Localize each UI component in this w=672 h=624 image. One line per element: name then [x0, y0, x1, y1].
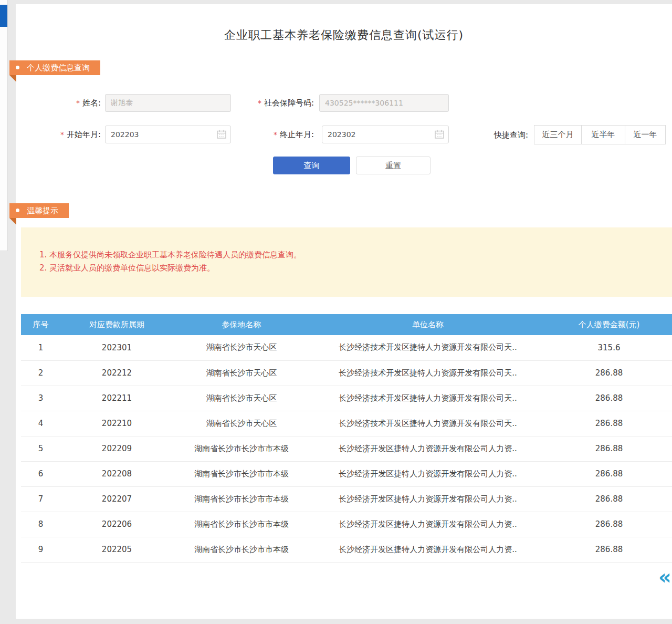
- table-cell: 202211: [60, 386, 173, 411]
- tips-line: 1. 本服务仅提供尚未领取企业职工基本养老保险待遇人员的缴费信息查询。: [39, 248, 672, 262]
- quick-last-half-year-button[interactable]: 近半年: [581, 125, 625, 144]
- table-row: 1202301湖南省长沙市天心区长沙经济技术开发区捷特人力资源开发有限公司天..…: [21, 335, 672, 360]
- required-asterisk: *: [76, 99, 80, 107]
- table-cell: 长沙经济技术开发区捷特人力资源开发有限公司天..: [310, 411, 546, 436]
- sidebar-active-item-fragment[interactable]: [0, 5, 7, 27]
- table-row: 5202209湖南省长沙市长沙市市本级长沙经济开发区捷特人力资源开发有限公司人力…: [21, 436, 672, 461]
- required-asterisk: *: [274, 130, 277, 139]
- table-cell: 202301: [60, 335, 173, 360]
- table-cell: 湖南省长沙市长沙市市本级: [173, 436, 310, 461]
- collapsed-sidebar: [0, 0, 8, 251]
- calendar-icon[interactable]: [217, 130, 226, 139]
- payment-records-table: 序号 对应费款所属期 参保地名称 单位名称 个人缴费金额(元) 1202301湖…: [21, 314, 672, 563]
- badge-fold-decoration: [9, 218, 16, 225]
- calendar-icon[interactable]: [435, 130, 444, 139]
- section-badge-label: 个人缴费信息查询: [27, 63, 90, 72]
- header-fee-period: 对应费款所属期: [60, 314, 173, 335]
- table-cell: 长沙经济开发区捷特人力资源开发有限公司人力资..: [310, 512, 546, 537]
- table-cell: 286.88: [546, 360, 672, 386]
- reset-button[interactable]: 重置: [356, 157, 430, 174]
- header-insured-place: 参保地名称: [173, 314, 310, 335]
- table-cell: 湖南省长沙市长沙市市本级: [173, 512, 310, 537]
- table-cell: 5: [21, 436, 60, 461]
- start-month-input[interactable]: [105, 126, 231, 143]
- page-title: 企业职工基本养老保险缴费信息查询(试运行): [16, 27, 672, 43]
- tips-line: 2. 灵活就业人员的缴费单位信息以实际缴费为准。: [39, 262, 672, 275]
- table-cell: 6: [21, 461, 60, 486]
- section-badge-tips: 温馨提示: [9, 203, 69, 218]
- required-asterisk: *: [258, 99, 261, 107]
- table-cell: 湖南省长沙市天心区: [173, 386, 310, 411]
- table-cell: 286.88: [546, 411, 672, 436]
- table-row: 9202205湖南省长沙市长沙市市本级长沙经济开发区捷特人力资源开发有限公司人力…: [21, 537, 672, 562]
- table-cell: 286.88: [546, 436, 672, 461]
- table-cell: 长沙经济开发区捷特人力资源开发有限公司人力资..: [310, 537, 546, 562]
- end-month-field: [322, 126, 449, 143]
- table-cell: 202212: [60, 360, 173, 386]
- ssn-label: *社会保障号码:: [231, 94, 314, 112]
- bullet-dot-icon: [16, 209, 19, 212]
- table-cell: 长沙经济技术开发区捷特人力资源开发有限公司天..: [310, 335, 546, 360]
- table-cell: 202208: [60, 461, 173, 486]
- table-cell: 2: [21, 360, 60, 386]
- payment-table-body: 1202301湖南省长沙市天心区长沙经济技术开发区捷特人力资源开发有限公司天..…: [21, 335, 672, 562]
- table-cell: 202206: [60, 512, 173, 537]
- table-cell: 长沙经济开发区捷特人力资源开发有限公司人力资..: [310, 486, 546, 512]
- table-cell: 202210: [60, 411, 173, 436]
- collapse-chevron-icon[interactable]: «: [658, 566, 672, 588]
- table-cell: 315.6: [546, 335, 672, 360]
- table-cell: 长沙经济技术开发区捷特人力资源开发有限公司天..: [310, 360, 546, 386]
- bullet-dot-icon: [16, 66, 19, 69]
- table-cell: 湖南省长沙市长沙市市本级: [173, 461, 310, 486]
- table-cell: 286.88: [546, 386, 672, 411]
- end-month-label: *终止年月:: [255, 126, 314, 143]
- table-cell: 长沙经济开发区捷特人力资源开发有限公司人力资..: [310, 461, 546, 486]
- section-badge-label: 温馨提示: [27, 206, 58, 215]
- end-month-input[interactable]: [322, 126, 449, 143]
- table-cell: 湖南省长沙市天心区: [173, 360, 310, 386]
- table-cell: 湖南省长沙市长沙市市本级: [173, 486, 310, 512]
- table-cell: 202205: [60, 537, 173, 562]
- start-month-field: [105, 126, 231, 143]
- quick-last-year-button[interactable]: 近一年: [625, 125, 666, 144]
- table-row: 2202212湖南省长沙市天心区长沙经济技术开发区捷特人力资源开发有限公司天..…: [21, 360, 672, 386]
- table-cell: 8: [21, 512, 60, 537]
- table-cell: 202207: [60, 486, 173, 512]
- table-header-row: 序号 对应费款所属期 参保地名称 单位名称 个人缴费金额(元): [21, 314, 672, 335]
- table-cell: 286.88: [546, 537, 672, 562]
- start-month-label: *开始年月:: [42, 126, 101, 143]
- table-cell: 湖南省长沙市长沙市市本级: [173, 537, 310, 562]
- table-cell: 湖南省长沙市天心区: [173, 411, 310, 436]
- table-cell: 1: [21, 335, 60, 360]
- header-personal-amount: 个人缴费金额(元): [546, 314, 672, 335]
- table-row: 6202208湖南省长沙市长沙市市本级长沙经济开发区捷特人力资源开发有限公司人力…: [21, 461, 672, 486]
- table-cell: 9: [21, 537, 60, 562]
- quick-query-label: 快捷查询:: [483, 126, 528, 144]
- table-row: 8202206湖南省长沙市长沙市市本级长沙经济开发区捷特人力资源开发有限公司人力…: [21, 512, 672, 537]
- table-row: 3202211湖南省长沙市天心区长沙经济技术开发区捷特人力资源开发有限公司天..…: [21, 386, 672, 411]
- table-cell: 长沙经济开发区捷特人力资源开发有限公司人力资..: [310, 436, 546, 461]
- section-badge-personal-payment-query: 个人缴费信息查询: [9, 60, 100, 75]
- name-input[interactable]: [105, 94, 231, 112]
- name-label: *姓名:: [42, 94, 101, 112]
- table-row: 4202210湖南省长沙市天心区长沙经济技术开发区捷特人力资源开发有限公司天..…: [21, 411, 672, 436]
- table-cell: 7: [21, 486, 60, 512]
- ssn-input[interactable]: [319, 94, 449, 112]
- header-index: 序号: [21, 314, 60, 335]
- tips-notice-box: 1. 本服务仅提供尚未领取企业职工基本养老保险待遇人员的缴费信息查询。 2. 灵…: [21, 227, 672, 297]
- table-cell: 286.88: [546, 486, 672, 512]
- table-cell: 长沙经济技术开发区捷特人力资源开发有限公司天..: [310, 386, 546, 411]
- table-cell: 湖南省长沙市天心区: [173, 335, 310, 360]
- table-cell: 4: [21, 411, 60, 436]
- table-cell: 286.88: [546, 461, 672, 486]
- query-button[interactable]: 查询: [273, 157, 350, 174]
- table-cell: 202209: [60, 436, 173, 461]
- table-cell: 286.88: [546, 512, 672, 537]
- required-asterisk: *: [60, 130, 64, 139]
- table-cell: 3: [21, 386, 60, 411]
- quick-last-3-months-button[interactable]: 近三个月: [534, 125, 582, 144]
- header-unit-name: 单位名称: [310, 314, 546, 335]
- table-row: 7202207湖南省长沙市长沙市市本级长沙经济开发区捷特人力资源开发有限公司人力…: [21, 486, 672, 512]
